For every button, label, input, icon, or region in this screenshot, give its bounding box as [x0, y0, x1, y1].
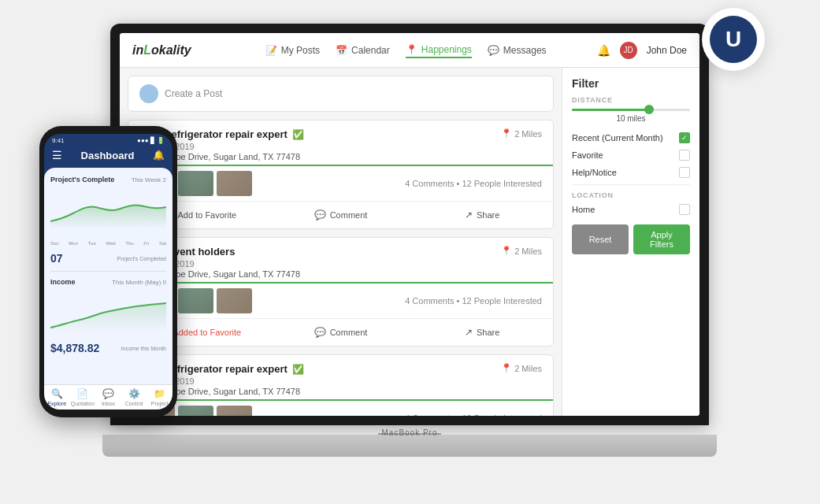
post-images: 4 Comments • 12 People Interested: [128, 284, 553, 318]
post-image-thumb: [178, 288, 213, 313]
laptop: inLokality 📝 My Posts 📅 Calendar 📍 Happe…: [102, 24, 717, 472]
filter-buttons: Reset Apply Filters: [572, 224, 690, 254]
phone-status-bar: 9:41 ●●● ▊ 🔋: [44, 134, 173, 146]
slider-thumb[interactable]: [644, 105, 654, 114]
phone-nav-control[interactable]: ⚙️ Control: [121, 388, 147, 406]
post-image-thumb: [217, 406, 252, 416]
filter-checkbox-recent[interactable]: ✓: [679, 132, 690, 143]
post-address: 404 Monroe Drive, Sugar Land, TX 77478: [139, 152, 501, 161]
filter-checkbox-help[interactable]: [679, 167, 690, 178]
notification-bell[interactable]: 🔔: [597, 44, 610, 57]
income-chart: [50, 292, 166, 335]
share-button[interactable]: ↗ Share: [411, 206, 553, 224]
nav-my-posts[interactable]: 📝 My Posts: [265, 43, 320, 58]
slider-fill: [572, 109, 649, 111]
post-title-row: Need Event holders: [139, 246, 501, 258]
comment-button[interactable]: 💬 Comment: [270, 206, 412, 224]
post-stats: 4 Comments • 12 People Interested: [405, 413, 542, 416]
post-stats: 4 Comments • 12 People Interested: [405, 296, 542, 306]
logo-badge: U: [702, 8, 765, 71]
post-card: Need refrigerator repair expert ✅ June 1…: [128, 120, 554, 229]
laptop-screen: inLokality 📝 My Posts 📅 Calendar 📍 Happe…: [120, 33, 699, 416]
nav-messages[interactable]: 💬 Messages: [488, 43, 547, 58]
create-post-bar[interactable]: Create a Post: [128, 76, 554, 112]
post-header-left: Need refrigerator repair expert ✅ June 1…: [139, 363, 501, 396]
post-header-left: Need refrigerator repair expert ✅ June 1…: [139, 128, 501, 161]
chart-day: Wed: [106, 241, 115, 246]
comment-button[interactable]: 💬 Comment: [270, 324, 412, 341]
messages-icon: 💬: [488, 45, 499, 56]
apply-filters-button[interactable]: Apply Filters: [633, 224, 690, 254]
projects-section: Project's Complete This Week 2: [50, 176, 166, 183]
post-address: 404 Monroe Drive, Sugar Land, TX 77478: [139, 269, 501, 279]
nav-links: 📝 My Posts 📅 Calendar 📍 Happenings 💬 Mes…: [215, 43, 597, 58]
chart-day: Thu: [125, 241, 133, 246]
app-logo: inLokality: [132, 43, 191, 57]
filter-checkbox-favorite[interactable]: [679, 150, 690, 161]
income-period: This Month (May) 0: [112, 279, 166, 286]
edit-icon: 📝: [265, 45, 277, 56]
phone-metric: 07 Project's Completed: [50, 252, 166, 265]
income-amount: $4,878.82: [50, 342, 99, 354]
verified-icon: ✅: [292, 129, 304, 140]
post-header: Need refrigerator repair expert ✅ June 1…: [128, 355, 553, 401]
phone-nav-project[interactable]: 📁 Project: [147, 388, 173, 406]
create-post-placeholder: Create a Post: [165, 88, 222, 99]
filter-label-home: Home: [572, 205, 595, 214]
chart-day: Mon: [69, 241, 78, 246]
filter-label-favorite: Favorite: [572, 150, 603, 160]
share-icon: ↗: [465, 209, 473, 220]
hamburger-icon[interactable]: ☰: [52, 149, 62, 161]
filter-checkbox-home[interactable]: [679, 204, 690, 215]
location-label: LOCATION: [572, 191, 690, 199]
filter-divider: [572, 184, 690, 185]
posts-area: Create a Post Need refrigerator repair e…: [120, 68, 562, 416]
post-date: June 11, 2019: [139, 376, 501, 386]
post-header: Need Event holders June 11, 2019 404 Mon…: [128, 238, 553, 284]
user-avatar: JD: [620, 42, 637, 59]
main-content: Create a Post Need refrigerator repair e…: [120, 68, 699, 416]
reset-button[interactable]: Reset: [572, 224, 629, 254]
explore-icon: 🔍: [51, 388, 63, 399]
control-icon: ⚙️: [128, 388, 140, 399]
post-title-row: Need refrigerator repair expert ✅: [139, 128, 501, 140]
distance-slider[interactable]: 10 miles: [572, 109, 690, 123]
slider-value: 10 miles: [572, 114, 690, 123]
share-button[interactable]: ↗ Share: [411, 324, 553, 341]
logo-accent: L: [143, 43, 151, 57]
nav-right: 🔔 JD John Doe: [597, 42, 687, 59]
quotation-icon: 📄: [76, 388, 88, 399]
post-distance: 📍 2 Miles: [501, 246, 542, 256]
post-image-thumb: [178, 406, 213, 416]
filter-row-favorite: Favorite: [572, 150, 690, 161]
phone-body: Project's Complete This Week 2: [44, 168, 173, 384]
phone-bottom-nav: 🔍 Explore 📄 Quotation 💬 Inbox ⚙️ Control…: [44, 384, 173, 410]
phone-nav-explore[interactable]: 🔍 Explore: [44, 388, 70, 406]
share-icon: ↗: [465, 327, 473, 338]
metric-label: Project's Completed: [117, 256, 166, 261]
projects-chart: [50, 190, 166, 233]
distance-label: DISTANCE: [572, 96, 690, 104]
laptop-bezel: inLokality 📝 My Posts 📅 Calendar 📍 Happe…: [110, 24, 709, 425]
filter-panel: Filter DISTANCE 10 miles Recent (Current…: [562, 68, 699, 416]
filter-label-help: Help/Notice: [572, 168, 617, 177]
phone-nav-quotation[interactable]: 📄 Quotation: [70, 388, 96, 406]
phone-bell-icon[interactable]: 🔔: [153, 150, 165, 161]
comment-icon: 💬: [314, 209, 326, 220]
post-image-thumb: [217, 288, 252, 313]
nav-calendar[interactable]: 📅 Calendar: [336, 43, 390, 58]
verified-icon: ✅: [292, 364, 304, 375]
post-address: 404 Monroe Drive, Sugar Land, TX 77478: [139, 387, 501, 396]
filter-row-help: Help/Notice: [572, 167, 690, 178]
happenings-icon: 📍: [406, 44, 417, 55]
phone-nav-inbox[interactable]: 💬 Inbox: [95, 388, 121, 406]
post-distance: 📍 2 Miles: [501, 128, 542, 139]
income-title: Income: [50, 278, 76, 286]
post-header: Need refrigerator repair expert ✅ June 1…: [128, 120, 553, 166]
phone-time: 9:41: [52, 137, 65, 144]
metric-value: 07: [50, 252, 63, 265]
chart-day: Tue: [88, 241, 96, 246]
nav-happenings[interactable]: 📍 Happenings: [406, 43, 472, 58]
filter-row-home: Home: [572, 204, 690, 215]
post-card: Need refrigerator repair expert ✅ June 1…: [128, 354, 554, 416]
